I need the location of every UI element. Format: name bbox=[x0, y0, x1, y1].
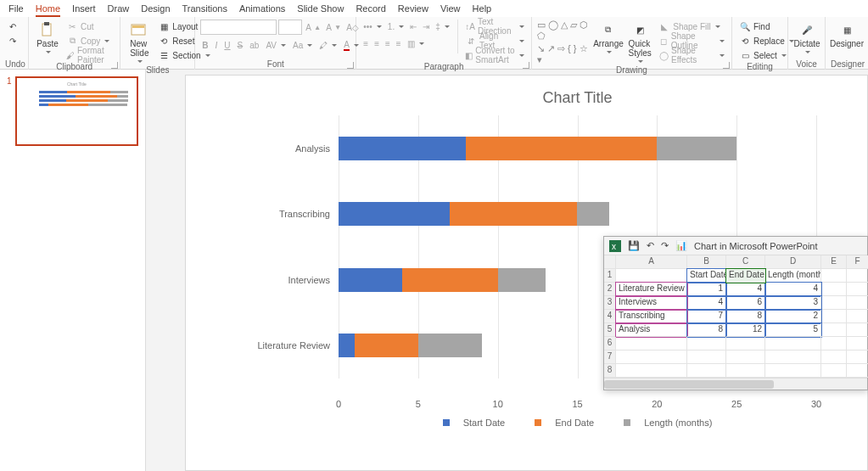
menu-help[interactable]: Help bbox=[473, 3, 492, 17]
cell-d1[interactable]: Length (months) bbox=[765, 269, 821, 283]
cell[interactable]: Analysis bbox=[616, 323, 687, 337]
replace-button[interactable]: ⟲Replace bbox=[737, 34, 796, 48]
col-header[interactable]: F bbox=[847, 255, 868, 269]
row-header[interactable]: 7 bbox=[604, 350, 616, 364]
row-header[interactable]: 8 bbox=[604, 364, 616, 378]
cell[interactable] bbox=[726, 364, 765, 378]
cell[interactable] bbox=[765, 364, 821, 378]
cell[interactable]: 4 bbox=[687, 296, 726, 310]
scrollbar-thumb[interactable] bbox=[604, 380, 774, 389]
cell[interactable]: 8 bbox=[687, 323, 726, 337]
cell[interactable] bbox=[765, 350, 821, 364]
decrease-font-button[interactable]: A▼ bbox=[324, 20, 343, 34]
indent-dec-button[interactable]: ⇤ bbox=[408, 20, 418, 33]
col-header[interactable]: E bbox=[821, 255, 847, 269]
smartart-button[interactable]: ◧Convert to SmartArt bbox=[463, 48, 526, 62]
bullets-button[interactable]: ••• bbox=[361, 20, 384, 33]
cell-b1[interactable]: Start Date bbox=[687, 269, 726, 283]
menu-review[interactable]: Review bbox=[398, 3, 428, 17]
cell[interactable] bbox=[847, 337, 868, 350]
row-header[interactable]: 3 bbox=[604, 296, 616, 310]
data-h-scrollbar[interactable] bbox=[604, 378, 867, 390]
menu-insert[interactable]: Insert bbox=[72, 3, 96, 17]
slide-thumbnail-1[interactable]: Chart Title bbox=[15, 76, 138, 146]
row-header[interactable]: 2 bbox=[604, 283, 616, 296]
cell[interactable] bbox=[687, 337, 726, 350]
cell[interactable] bbox=[616, 337, 687, 350]
cell[interactable]: Interviews bbox=[616, 296, 687, 310]
drawing-launcher[interactable] bbox=[723, 62, 730, 69]
italic-button[interactable]: I bbox=[214, 38, 220, 52]
col-header[interactable]: B bbox=[687, 255, 726, 269]
cell[interactable] bbox=[847, 364, 868, 378]
strike-button[interactable]: S bbox=[236, 38, 245, 52]
cell-a1[interactable] bbox=[616, 269, 687, 283]
font-size-input[interactable] bbox=[278, 20, 302, 35]
align-center-button[interactable]: ≡ bbox=[372, 36, 381, 50]
cell[interactable] bbox=[821, 296, 847, 310]
underline-button[interactable]: U bbox=[222, 38, 232, 52]
paragraph-launcher[interactable] bbox=[523, 62, 529, 69]
row-header[interactable]: 5 bbox=[604, 323, 616, 337]
row-header[interactable]: 1 bbox=[604, 269, 616, 283]
align-right-button[interactable]: ≡ bbox=[384, 36, 392, 50]
char-spacing-button[interactable]: AV bbox=[264, 38, 288, 52]
menu-file[interactable]: File bbox=[8, 3, 24, 17]
change-case-button[interactable]: Aa bbox=[291, 38, 314, 52]
increase-font-button[interactable]: A▲ bbox=[304, 20, 322, 34]
cell[interactable] bbox=[821, 337, 847, 350]
cell[interactable]: 8 bbox=[726, 310, 765, 323]
font-launcher[interactable] bbox=[347, 62, 354, 69]
cell[interactable] bbox=[821, 323, 847, 337]
col-header[interactable]: A bbox=[616, 255, 687, 269]
cell[interactable]: 4 bbox=[765, 283, 821, 296]
cell[interactable] bbox=[821, 283, 847, 296]
cell-c1[interactable]: End Date bbox=[726, 269, 765, 283]
cell[interactable]: 4 bbox=[726, 283, 765, 296]
cell[interactable] bbox=[847, 283, 868, 296]
data-grid[interactable]: ABCDEF1Start DateEnd DateLength (months)… bbox=[604, 255, 867, 378]
menu-animations[interactable]: Animations bbox=[239, 3, 285, 17]
cell[interactable] bbox=[687, 350, 726, 364]
cell[interactable]: Transcribing bbox=[616, 310, 687, 323]
cell[interactable]: 2 bbox=[765, 310, 821, 323]
clipboard-launcher[interactable] bbox=[111, 62, 118, 69]
cell[interactable] bbox=[847, 310, 868, 323]
shadow-button[interactable]: ab bbox=[248, 38, 260, 52]
new-slide-button[interactable]: New Slide bbox=[126, 20, 153, 65]
save-icon[interactable]: 💾 bbox=[628, 240, 640, 252]
align-left-button[interactable]: ≡ bbox=[361, 36, 370, 50]
corner-cell[interactable] bbox=[604, 255, 616, 269]
shape-effects-button[interactable]: ◯Shape Effects bbox=[657, 48, 726, 62]
cell[interactable] bbox=[821, 310, 847, 323]
cell[interactable] bbox=[765, 337, 821, 350]
find-button[interactable]: 🔍Find bbox=[737, 20, 796, 33]
cell[interactable] bbox=[616, 350, 687, 364]
cell[interactable] bbox=[847, 296, 868, 310]
justify-button[interactable]: ≡ bbox=[395, 36, 403, 50]
cell[interactable]: 6 bbox=[726, 296, 765, 310]
cell[interactable] bbox=[847, 323, 868, 337]
cell[interactable] bbox=[847, 350, 868, 364]
col-header[interactable]: D bbox=[765, 255, 821, 269]
cell[interactable] bbox=[821, 364, 847, 378]
data-window-titlebar[interactable]: x 💾 ↶ ↷ 📊 Chart in Microsoft PowerPoint bbox=[604, 237, 867, 255]
cell[interactable] bbox=[821, 350, 847, 364]
col-header[interactable]: C bbox=[726, 255, 765, 269]
dictate-button[interactable]: 🎤Dictate bbox=[793, 20, 820, 56]
ds-redo-button[interactable]: ↷ bbox=[661, 240, 669, 251]
cell[interactable] bbox=[616, 364, 687, 378]
cell[interactable]: 7 bbox=[687, 310, 726, 323]
chart-data-window[interactable]: x 💾 ↶ ↷ 📊 Chart in Microsoft PowerPoint … bbox=[603, 236, 868, 390]
highlight-button[interactable]: 🖍 bbox=[317, 38, 339, 52]
indent-inc-button[interactable]: ⇥ bbox=[421, 20, 431, 33]
menu-slide-show[interactable]: Slide Show bbox=[297, 3, 344, 17]
menu-design[interactable]: Design bbox=[141, 3, 170, 17]
menu-record[interactable]: Record bbox=[356, 3, 385, 17]
menu-view[interactable]: View bbox=[440, 3, 461, 17]
cell[interactable] bbox=[726, 337, 765, 350]
line-spacing-button[interactable]: ‡ bbox=[434, 20, 451, 33]
menu-home[interactable]: Home bbox=[36, 3, 60, 17]
format-painter-button[interactable]: 🖌Format Painter bbox=[64, 48, 115, 62]
select-button[interactable]: ▭Select bbox=[737, 48, 796, 62]
